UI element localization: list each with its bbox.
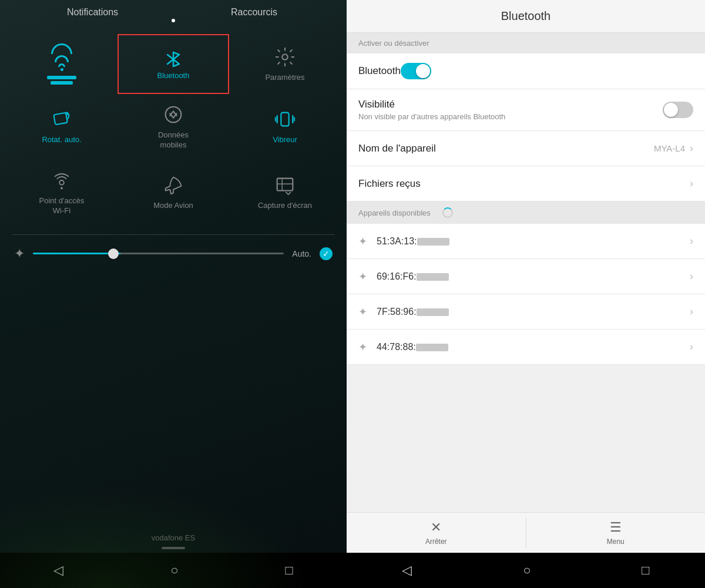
- device-row-2[interactable]: ✦ 69:16:F6: ›: [347, 259, 705, 294]
- scanning-indicator: [442, 207, 453, 218]
- bluetooth-label: Bluetooth: [358, 65, 401, 77]
- received-files-row[interactable]: Fichiers reçus ›: [347, 166, 705, 201]
- stop-label: Arrêter: [425, 537, 447, 546]
- device-2-chevron: ›: [690, 270, 693, 283]
- section-activate: Activer ou désactiver: [347, 33, 705, 53]
- qs-mode-avion[interactable]: Mode Avion: [118, 160, 229, 226]
- svg-point-4: [59, 180, 64, 185]
- device-mac-2-blur: [417, 273, 449, 281]
- qs-capture-ecran-label: Capture d'écran: [258, 201, 312, 211]
- device-3-chevron: ›: [690, 305, 693, 318]
- tab-indicator: [172, 19, 175, 22]
- bluetooth-toggle[interactable]: [401, 63, 431, 79]
- tab-notifications[interactable]: Notifications: [12, 7, 173, 18]
- device-bt-icon-4: ✦: [358, 341, 367, 354]
- handle-bar: [162, 547, 185, 549]
- auto-label: Auto.: [292, 249, 311, 258]
- tab-raccourcis[interactable]: Raccourcis: [173, 7, 335, 18]
- device-bt-icon-2: ✦: [358, 270, 367, 283]
- qs-parametres[interactable]: Paramètres: [229, 34, 341, 94]
- device-bt-icon-1: ✦: [358, 235, 367, 248]
- svg-rect-6: [277, 179, 293, 191]
- nav-home-right[interactable]: ○: [523, 563, 531, 578]
- bluetooth-row[interactable]: Bluetooth: [347, 53, 705, 89]
- received-files-chevron: ›: [690, 177, 693, 190]
- qs-donnees-mobiles[interactable]: Données mobiles: [118, 94, 229, 160]
- device-1-chevron: ›: [690, 235, 693, 247]
- brightness-row: ✦ Auto. ✓: [0, 238, 347, 270]
- visibility-toggle[interactable]: [663, 102, 693, 118]
- device-mac-3-blur: [417, 308, 449, 316]
- visibility-toggle-knob: [664, 103, 678, 117]
- svg-point-0: [282, 54, 288, 60]
- gear-icon: [274, 46, 296, 68]
- device-mac-2: 69:16:F6:: [377, 271, 690, 282]
- bluetooth-icon: [162, 48, 185, 71]
- airplane-icon: [162, 174, 184, 196]
- device-name-chevron: ›: [690, 142, 693, 154]
- qs-donnees-mobiles-label: Données mobiles: [158, 130, 189, 150]
- brightness-thumb[interactable]: [108, 248, 119, 259]
- menu-label: Menu: [607, 537, 625, 546]
- device-row-3[interactable]: ✦ 7F:58:96: ›: [347, 294, 705, 330]
- left-nav-bar: ◁ ○ □: [0, 553, 347, 588]
- qs-mode-avion-label: Mode Avion: [153, 201, 193, 211]
- nav-home-left[interactable]: ○: [170, 563, 178, 578]
- visibility-sublabel: Non visible par d'autres appareils Bluet…: [358, 112, 663, 121]
- hotspot-icon: [51, 169, 73, 191]
- screenshot-icon: [274, 174, 296, 196]
- menu-button[interactable]: ☰ Menu: [526, 513, 706, 553]
- visibility-label: Visibilité: [358, 99, 663, 110]
- top-tabs: Notifications Raccourcis: [0, 0, 347, 22]
- stop-icon: ✕: [431, 520, 441, 535]
- qs-rotat-auto[interactable]: Rotat. auto.: [6, 94, 118, 160]
- qs-wifi[interactable]: [6, 34, 118, 94]
- rotate-auto-icon: [51, 108, 73, 130]
- qs-vibreur-label: Vibreur: [273, 135, 297, 145]
- action-bar: ✕ Arrêter ☰ Menu: [347, 512, 705, 553]
- qs-capture-ecran[interactable]: Capture d'écran: [229, 160, 341, 226]
- nav-recent-right[interactable]: □: [642, 563, 649, 578]
- device-name-row[interactable]: Nom de l'appareil MYA-L4 ›: [347, 131, 705, 166]
- qs-point-acces[interactable]: Point d'accès Wi-Fi: [6, 160, 118, 226]
- device-mac-1: 51:3A:13:: [377, 236, 690, 247]
- menu-icon: ☰: [610, 520, 622, 535]
- right-nav-bar: ◁ ○ □: [347, 553, 705, 588]
- svg-point-5: [61, 187, 63, 189]
- device-bt-icon-3: ✦: [358, 305, 367, 318]
- qs-bluetooth[interactable]: Bluetooth: [118, 34, 229, 94]
- qs-vibreur[interactable]: Vibreur: [229, 94, 341, 160]
- wifi-icon: [51, 43, 72, 71]
- bluetooth-toggle-knob: [416, 64, 430, 78]
- vibrate-icon: [274, 108, 296, 130]
- nav-back-right[interactable]: ◁: [402, 563, 412, 578]
- received-files-label: Fichiers reçus: [358, 178, 690, 190]
- bt-page-title: Bluetooth: [356, 9, 696, 23]
- qs-bluetooth-label: Bluetooth: [157, 71, 190, 81]
- device-mac-1-blur: [417, 238, 449, 246]
- carrier-text: vodafone ES: [0, 529, 347, 547]
- brightness-slider[interactable]: [33, 253, 284, 254]
- device-name-value: MYA-L4: [654, 143, 685, 153]
- qs-parametres-label: Paramètres: [265, 73, 304, 83]
- device-row-4[interactable]: ✦ 44:78:88: ›: [347, 330, 705, 365]
- brightness-icon: ✦: [14, 246, 25, 261]
- svg-rect-1: [53, 113, 68, 125]
- visibility-row[interactable]: Visibilité Non visible par d'autres appa…: [347, 89, 705, 131]
- mobile-data-icon: [162, 103, 184, 126]
- nav-back-left[interactable]: ◁: [53, 563, 63, 578]
- stop-button[interactable]: ✕ Arrêter: [347, 513, 526, 553]
- device-mac-4-blur: [416, 344, 448, 351]
- left-panel: Notifications Raccourcis Bluetooth: [0, 0, 347, 588]
- device-row-1[interactable]: ✦ 51:3A:13: ›: [347, 224, 705, 259]
- qs-point-acces-label: Point d'accès Wi-Fi: [39, 196, 85, 216]
- qs-rotat-auto-label: Rotat. auto.: [42, 135, 81, 145]
- bt-header: Bluetooth: [347, 0, 705, 33]
- svg-rect-3: [281, 113, 288, 126]
- divider-1: [12, 234, 335, 235]
- auto-check[interactable]: ✓: [320, 247, 333, 260]
- nav-recent-left[interactable]: □: [286, 563, 293, 578]
- right-panel: Bluetooth Activer ou désactiver Bluetoot…: [347, 0, 705, 588]
- device-mac-3: 7F:58:96:: [377, 307, 690, 317]
- svg-point-2: [166, 107, 182, 123]
